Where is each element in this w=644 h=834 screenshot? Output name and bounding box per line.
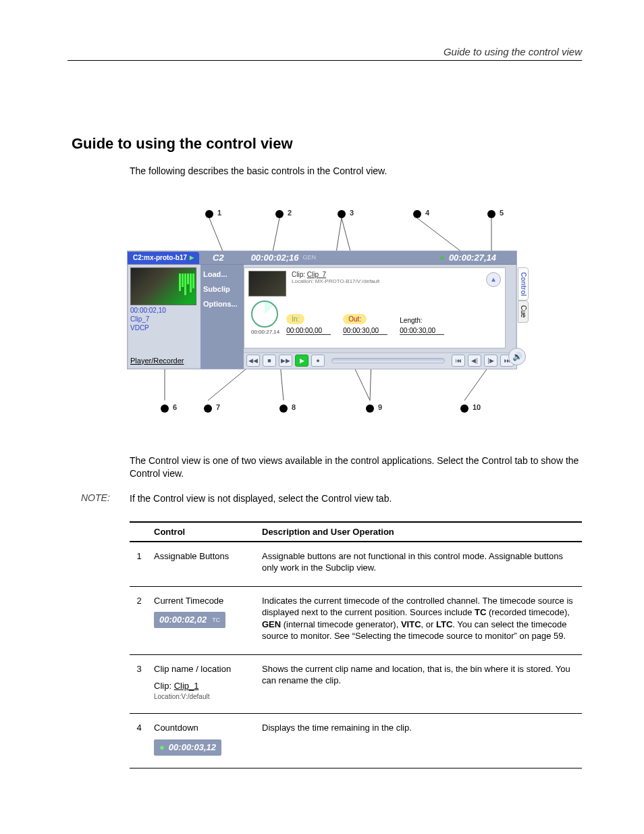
step-fwd-button[interactable]: |▶ — [484, 355, 498, 367]
note-text: If the Control view is not displayed, se… — [130, 492, 392, 505]
callout-number: 3 — [350, 209, 354, 217]
control-desc: Indicates the current timecode of the co… — [257, 586, 582, 654]
page-header-section: Guide to using the control view — [68, 46, 582, 57]
callout-dot — [204, 405, 212, 413]
callout-dot — [338, 210, 346, 218]
countdown-timecode: ●00:00:27,14 — [439, 253, 496, 263]
play-indicator-icon: ▶ — [190, 255, 194, 261]
countdown-dot-icon: ● — [439, 253, 445, 263]
step-back-button[interactable]: ◀| — [468, 355, 481, 367]
table-row: 2 Current Timecode 00:00:02,02 TC Indica… — [130, 586, 582, 654]
options-button[interactable]: Options... — [203, 300, 241, 308]
clip-label: Clip: — [292, 271, 305, 278]
rewind-button[interactable]: ◀◀ — [246, 355, 260, 367]
clip-thumbnail — [248, 271, 286, 296]
callout-number: 10 — [473, 403, 481, 411]
channel-label: C2 — [213, 253, 224, 263]
table-row: 4 Countdown ● 00:00:03,12 Displays the t… — [130, 714, 582, 768]
callout-dot — [366, 405, 374, 413]
clip-location: Location:V:/default — [154, 692, 251, 702]
channel-tab[interactable]: C2:mx-proto-b17 ▶ — [128, 252, 199, 264]
time-gauge-label: 00:00:27,14 — [251, 329, 279, 335]
play-button[interactable]: ▶ — [295, 355, 308, 367]
monitor-protocol: VDCP — [130, 324, 198, 332]
callout-number: 5 — [500, 209, 504, 217]
shuttle-slider[interactable] — [331, 358, 445, 363]
control-app-window: C2:mx-proto-b17 ▶ C2 00:00:02;16 GEN ●00… — [127, 251, 517, 369]
speaker-icon: 🔊 — [512, 352, 522, 361]
row-number: 2 — [130, 586, 149, 654]
length-label: Length: — [400, 317, 450, 324]
in-label: In: — [286, 314, 304, 324]
subclip-button[interactable]: Subclip — [203, 285, 241, 293]
location-value: MX-PROTO-B17/V:/default — [315, 278, 380, 284]
control-name: Assignable Buttons — [154, 550, 251, 563]
transport-bar: ◀◀ ■ ▶▶ ▶ ● ⏮ ◀| |▶ ⏭ 🔊 — [244, 353, 516, 369]
controls-table: Control Description and User Operation 1… — [130, 521, 582, 768]
goto-start-button[interactable]: ⏮ — [452, 355, 465, 367]
callout-dot — [413, 210, 421, 218]
callout-dot — [487, 210, 495, 218]
location-label: Location: — [292, 278, 313, 284]
callout-number: 7 — [216, 403, 220, 411]
table-row: 1 Assignable Buttons Assignable buttons … — [130, 542, 582, 587]
countdown-value: 00:00:27,14 — [449, 253, 496, 263]
callout-dot — [275, 210, 284, 218]
record-button[interactable]: ● — [311, 355, 325, 367]
control-name: Current Timecode — [154, 595, 251, 607]
callout-number: 9 — [378, 403, 382, 411]
callout-dot — [279, 405, 288, 413]
row-number: 4 — [130, 714, 149, 768]
load-button[interactable]: Load... — [203, 270, 241, 278]
out-value[interactable]: 00:00:30,00 — [343, 327, 387, 335]
mode-label[interactable]: Player/Recorder — [130, 357, 184, 365]
control-name: Countdown — [154, 722, 251, 734]
countdown-chip-value: 00:00:03,12 — [169, 741, 216, 754]
control-name: Clip name / location — [154, 663, 251, 675]
monitor-clip: Clip_7 — [130, 315, 198, 323]
section-intro: The following describes the basic contro… — [130, 165, 582, 178]
clip-label: Clip: — [154, 681, 171, 691]
svg-line-3 — [417, 218, 462, 252]
control-desc: Shows the current clip name and location… — [257, 654, 582, 714]
svg-line-1 — [273, 218, 279, 252]
timecode-chip-value: 00:00:02,02 — [159, 614, 207, 626]
clip-panel: ▲ Clip: Clip_7 Location: MX-PROTO-B17/V:… — [244, 267, 506, 348]
callout-number: 8 — [292, 403, 296, 411]
diagram: 1 2 3 4 5 C2:mx-proto-b17 ▶ C2 00:00:02;… — [127, 198, 518, 427]
tab-cue[interactable]: Cue — [518, 301, 529, 322]
monitor-timecode: 00:00:02,10 — [130, 307, 198, 314]
col-header — [130, 522, 149, 542]
channel-tab-label: C2:mx-proto-b17 — [133, 254, 187, 261]
clip-location-example: Clip: Clip_1 Location:V:/default — [154, 680, 251, 701]
table-row: 3 Clip name / location Clip: Clip_1 Loca… — [130, 654, 582, 714]
callout-number: 6 — [173, 403, 177, 411]
volume-button[interactable]: 🔊 — [508, 348, 526, 365]
time-gauge — [251, 301, 278, 328]
callout-dot — [161, 405, 169, 413]
section-title: Guide to using the control view — [72, 135, 582, 153]
out-label: Out: — [343, 314, 367, 324]
header-rule — [68, 60, 582, 61]
note-label: NOTE: — [81, 492, 130, 503]
callout-number: 4 — [425, 209, 429, 217]
clip-name[interactable]: Clip_7 — [307, 271, 326, 278]
timecode-chip: 00:00:02,02 TC — [154, 612, 225, 628]
timecode-source: GEN — [302, 254, 316, 261]
tab-control[interactable]: Control — [518, 267, 529, 301]
row-number: 1 — [130, 542, 149, 587]
countdown-chip: ● 00:00:03,12 — [154, 739, 221, 756]
callout-dot — [205, 210, 213, 218]
eject-button[interactable]: ▲ — [486, 272, 501, 287]
body-paragraph: The Control view is one of two views ava… — [130, 454, 582, 480]
control-desc: Displays the time remaining in the clip. — [257, 714, 582, 768]
timecode-chip-suffix: TC — [212, 616, 220, 624]
in-value[interactable]: 00:00:00,00 — [286, 327, 331, 335]
control-desc: Assignable buttons are not functional in… — [257, 542, 582, 587]
row-number: 3 — [130, 654, 149, 714]
callout-number: 1 — [217, 209, 221, 217]
video-thumbnail — [130, 267, 196, 305]
stop-button[interactable]: ■ — [263, 355, 276, 367]
fastfwd-button[interactable]: ▶▶ — [279, 355, 292, 367]
view-tabs: Control Cue — [518, 267, 529, 323]
